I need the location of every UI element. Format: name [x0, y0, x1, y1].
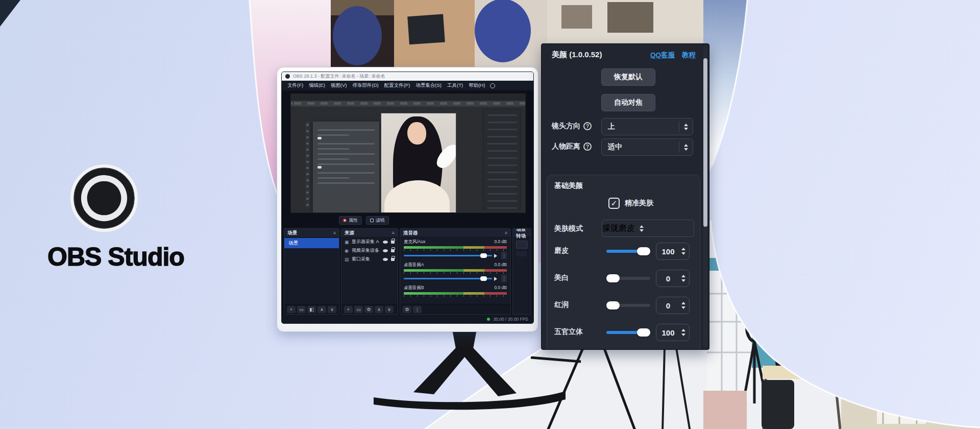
autofocus-button[interactable]: 自动对焦: [601, 94, 655, 111]
speaker-icon[interactable]: [494, 254, 499, 258]
remove-scene-button[interactable]: ▭: [297, 306, 306, 313]
visibility-eye-icon[interactable]: [383, 258, 388, 261]
slider-handle[interactable]: [637, 247, 650, 255]
source-up-button[interactable]: ∧: [375, 306, 383, 313]
whitening-spinner[interactable]: 0: [656, 270, 690, 287]
select-chevrons-icon[interactable]: [679, 124, 693, 130]
select-chevrons-icon[interactable]: [679, 144, 693, 151]
rosy-spinner[interactable]: 0: [656, 297, 690, 314]
lock-icon[interactable]: [391, 241, 395, 244]
source-row[interactable]: ▣ 显示器采集 A: [341, 237, 398, 246]
editor-titlebar: [291, 94, 525, 101]
menu-scene-collection[interactable]: 场景集合(S): [413, 82, 444, 89]
camera-direction-label: 镜头方向 ?: [552, 122, 592, 131]
dock-menu-icon[interactable]: ≡: [333, 230, 336, 235]
mixer-channel: 桌面音频B0.0 dB: [404, 285, 507, 297]
remove-source-button[interactable]: ▭: [354, 306, 363, 313]
slider-value: 0: [656, 301, 680, 310]
camera-source-icon: ◉: [345, 248, 350, 253]
scene-item-selected[interactable]: 场景: [284, 238, 339, 248]
face-3d-slider[interactable]: [606, 331, 650, 334]
restore-default-button[interactable]: 恢复默认: [601, 68, 655, 86]
filters-button[interactable]: 滤镜: [366, 216, 389, 225]
spinner-arrows-icon[interactable]: [680, 248, 689, 255]
lock-icon[interactable]: [391, 258, 395, 261]
menu-profile[interactable]: 配置文件(P): [382, 82, 413, 89]
volume-handle[interactable]: [480, 253, 487, 258]
source-properties-button[interactable]: ⚙: [364, 306, 373, 313]
menu-file[interactable]: 文件(F): [285, 82, 306, 89]
volume-handle[interactable]: [480, 276, 487, 281]
transition-title: 场景转场: [516, 228, 528, 240]
spinner-arrows-icon[interactable]: [680, 302, 689, 309]
volume-slider[interactable]: [404, 255, 492, 256]
select-chevrons-icon[interactable]: [635, 225, 648, 232]
scrollbar-thumb[interactable]: [703, 58, 707, 227]
whitening-slider[interactable]: [606, 277, 650, 280]
skin-mode-select[interactable]: 朦胧磨皮: [602, 220, 694, 237]
section-title: 基础美颜: [554, 181, 583, 190]
person-distance-select[interactable]: 适中: [601, 138, 693, 156]
help-icon[interactable]: ?: [583, 142, 592, 151]
lock-icon[interactable]: [391, 249, 395, 252]
mixer-menu-button[interactable]: ⋮: [413, 306, 422, 313]
editor-panels: [483, 109, 521, 209]
channel-menu-button[interactable]: ⋮: [501, 275, 507, 282]
mixer-settings-button[interactable]: ⚙: [403, 306, 411, 313]
source-row[interactable]: ▤ 窗口采集: [341, 255, 398, 264]
channel-label: 桌面音频B: [404, 285, 424, 291]
window-glyph-icon: [370, 219, 374, 222]
slider-value: 100: [656, 247, 680, 256]
source-row[interactable]: ◉ 视频采集设备: [341, 246, 398, 255]
editor-dialog: [312, 121, 380, 213]
volume-slider[interactable]: [404, 278, 492, 279]
spinner-arrows-icon[interactable]: [680, 275, 689, 282]
selected-value: 朦胧磨皮: [602, 223, 635, 234]
meter-ticks: [404, 272, 507, 274]
visibility-eye-icon[interactable]: [383, 241, 388, 244]
display-source-icon: ▣: [345, 240, 350, 245]
mixer-dock: 混音器≡ 麦克风/Aux0.0 dB ⋮ 桌面音频A0.0 dB: [400, 228, 511, 315]
plugin-center-icon[interactable]: [490, 83, 495, 88]
tutorial-link[interactable]: 教程: [682, 51, 696, 60]
add-scene-button[interactable]: +: [287, 306, 296, 313]
scene-up-button[interactable]: ∧: [317, 306, 326, 313]
face-3d-spinner[interactable]: 100: [656, 324, 690, 341]
slider-handle[interactable]: [606, 301, 620, 309]
audio-meter: [404, 269, 507, 272]
help-icon[interactable]: ?: [583, 122, 592, 130]
slider-handle[interactable]: [606, 274, 620, 282]
dock-menu-icon[interactable]: ≡: [505, 230, 507, 235]
spinner-arrows-icon[interactable]: [680, 329, 689, 336]
channel-label: 桌面音频A: [404, 262, 424, 268]
menu-tools[interactable]: 工具(T): [445, 82, 465, 89]
duplicate-scene-button[interactable]: ◧: [307, 306, 316, 313]
transition-select[interactable]: [516, 241, 528, 249]
precise-skin-checkbox[interactable]: ✓: [608, 198, 620, 209]
visibility-eye-icon[interactable]: [383, 249, 388, 252]
menu-edit[interactable]: 编辑(E): [306, 82, 328, 89]
menu-help[interactable]: 帮助(H): [466, 82, 487, 89]
add-source-button[interactable]: +: [344, 306, 353, 313]
smoothing-slider[interactable]: [606, 250, 650, 253]
source-down-button[interactable]: ∨: [385, 306, 394, 313]
obs-preview: 属性 滤镜: [282, 90, 533, 227]
menu-view[interactable]: 视图(V): [328, 82, 350, 89]
rosy-slider[interactable]: [606, 304, 650, 307]
camera-direction-select[interactable]: 上: [601, 118, 693, 135]
smoothing-spinner[interactable]: 100: [656, 243, 690, 260]
monitor: OBS 29.1.3 - 配置文件: 未命名 - 场景: 未命名 文件(F) 编…: [277, 67, 538, 332]
menu-docks[interactable]: 停靠部件(D): [350, 82, 381, 89]
slider-handle[interactable]: [637, 328, 650, 337]
scene-down-button[interactable]: ∨: [328, 306, 336, 313]
properties-button[interactable]: 属性: [339, 216, 362, 225]
panel-scrollbar[interactable]: [703, 46, 707, 347]
slider-label: 磨皮: [554, 246, 569, 255]
transition-duration[interactable]: [516, 251, 527, 256]
transition-dock: 场景转场: [512, 228, 531, 315]
dock-menu-icon[interactable]: ≡: [392, 230, 395, 235]
qq-support-link[interactable]: QQ客服: [650, 51, 675, 60]
speaker-icon[interactable]: [494, 277, 499, 281]
captured-editor-window: [290, 93, 526, 213]
channel-menu-button[interactable]: ⋮: [501, 252, 507, 259]
